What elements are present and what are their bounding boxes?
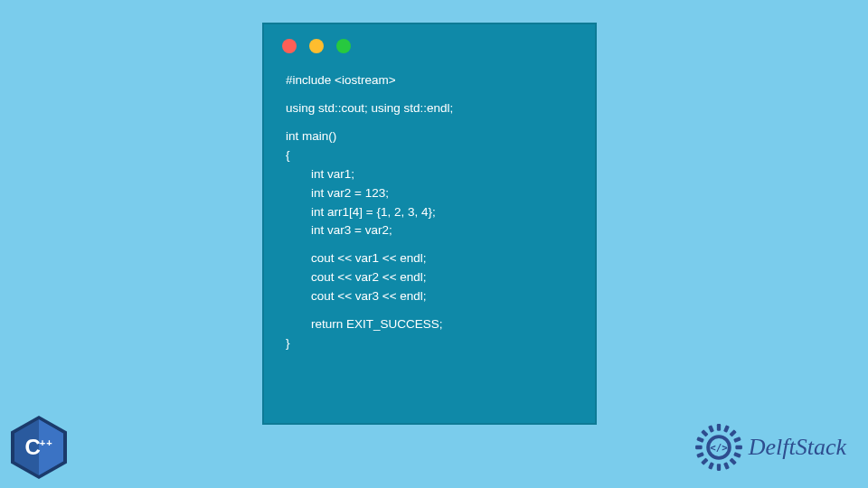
traffic-light-close-icon: [282, 39, 297, 53]
delftstack-logo: </> DelftStack: [694, 423, 846, 472]
svg-rect-14: [723, 462, 730, 470]
svg-rect-1: [717, 424, 721, 431]
svg-rect-11: [696, 436, 704, 443]
svg-rect-16: [733, 436, 741, 443]
code-line: {: [286, 146, 573, 165]
cpp-letter: C: [24, 435, 39, 459]
code-line: using std::cout; using std::endl;: [286, 99, 573, 118]
svg-rect-8: [729, 457, 736, 465]
code-line: cout << var3 << endl;: [286, 287, 573, 306]
code-line: int var2 = 123;: [286, 184, 573, 203]
svg-rect-13: [708, 425, 714, 433]
window-controls: [264, 24, 595, 61]
code-line: cout << var2 << endl;: [286, 268, 573, 287]
svg-rect-12: [733, 452, 741, 458]
code-line: #include <iostream>: [286, 71, 573, 90]
code-line: }: [286, 334, 573, 353]
code-line: int arr1[4] = {1, 2, 3, 4};: [286, 203, 573, 222]
gear-icon: </>: [694, 423, 743, 472]
cpp-logo-icon: C++: [11, 416, 67, 479]
svg-rect-3: [695, 446, 703, 449]
code-line: cout << var1 << endl;: [286, 249, 573, 268]
code-line: int main(): [286, 127, 573, 146]
code-content: #include <iostream> using std::cout; usi…: [264, 61, 595, 364]
code-line: int var1;: [286, 165, 573, 184]
svg-rect-5: [729, 429, 736, 436]
svg-rect-6: [701, 457, 708, 465]
svg-rect-15: [696, 452, 704, 458]
traffic-light-minimize-icon: [309, 39, 324, 53]
brand-name: DelftStack: [749, 434, 846, 461]
svg-rect-10: [708, 462, 714, 470]
traffic-light-maximize-icon: [336, 39, 351, 53]
svg-rect-9: [723, 425, 730, 433]
svg-rect-7: [701, 429, 708, 436]
code-line: int var3 = var2;: [286, 221, 573, 240]
code-window: #include <iostream> using std::cout; usi…: [262, 23, 597, 425]
code-line: return EXIT_SUCCESS;: [286, 315, 573, 334]
svg-text:</>: </>: [710, 442, 728, 454]
cpp-plus: ++: [40, 437, 53, 448]
svg-rect-2: [717, 464, 721, 471]
svg-rect-4: [735, 446, 742, 449]
